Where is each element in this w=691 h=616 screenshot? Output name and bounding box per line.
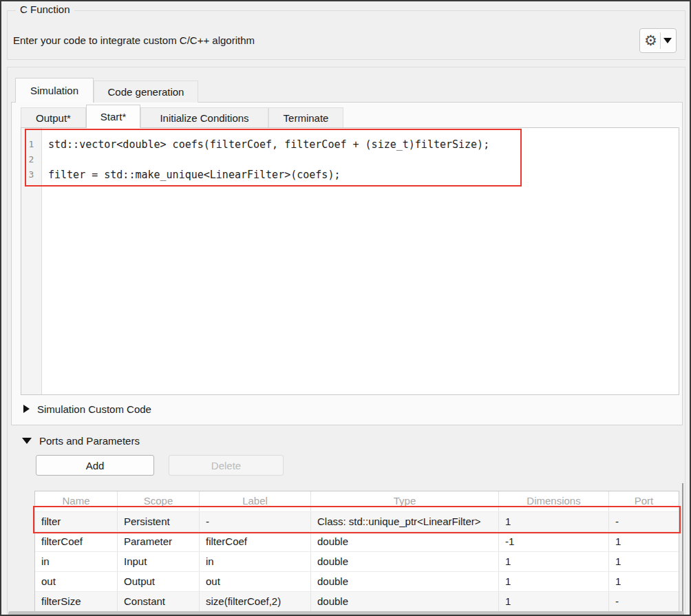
line-number-gutter: 123 [21, 128, 42, 394]
table-cell: in [35, 552, 118, 571]
table-row[interactable]: outOutputoutdouble11 [35, 571, 679, 591]
header-group: C Function Enter your code to integrate … [7, 10, 685, 60]
table-cell: size(filterCoef,2) [200, 592, 311, 611]
subtab-terminate[interactable]: Terminate [268, 107, 343, 127]
table-cell: Class: std::unique_ptr<LinearFilter> [311, 512, 499, 531]
table-cell: Output [118, 572, 200, 591]
table-header-cell: Label [200, 491, 311, 511]
table-cell: filter [35, 512, 118, 531]
table-cell: 1 [609, 552, 679, 571]
table-header-cell: Scope [118, 491, 200, 511]
table-cell: 1 [499, 552, 609, 571]
line-number: 3 [21, 167, 41, 182]
table-cell: out [200, 572, 311, 591]
code-line [48, 152, 679, 167]
group-title: C Function [16, 3, 74, 15]
table-cell: filterCoef [200, 532, 311, 551]
triangle-down-icon [22, 438, 32, 444]
table-header-cell: Dimensions [499, 491, 609, 511]
table-header-cell: Type [311, 491, 499, 511]
code-line: filter = std::make_unique<LinearFilter>(… [48, 167, 679, 182]
caret-down-icon [663, 38, 672, 43]
table-cell: 1 [609, 572, 679, 591]
table-cell: Constant [118, 592, 200, 611]
table-cell: double [311, 532, 499, 551]
subtab-initialize-conditions[interactable]: Initialize Conditions [140, 107, 268, 127]
table-cell: Parameter [118, 532, 200, 551]
dialog-description: Enter your code to integrate custom C/C+… [13, 34, 255, 46]
button-divider [660, 32, 661, 49]
table-cell: -1 [499, 532, 609, 551]
table-cell: 1 [499, 592, 609, 611]
table-cell: 1 [609, 532, 679, 551]
table-cell: Input [118, 552, 200, 571]
settings-button[interactable]: ⚙ [639, 28, 677, 53]
ports-parameters-table: NameScopeLabelTypeDimensionsPortfilterPe… [34, 491, 679, 611]
code-text-area[interactable]: std::vector<double> coefs(filterCoef, fi… [42, 128, 679, 394]
table-cell: - [609, 592, 679, 611]
table-cell: filterCoef [35, 532, 118, 551]
table-cell: - [200, 512, 311, 531]
table-cell: filterSize [35, 592, 118, 611]
c-function-dialog: C Function Enter your code to integrate … [0, 0, 691, 616]
table-row[interactable]: filterPersistent-Class: std::unique_ptr<… [35, 511, 679, 531]
table-header-cell: Port [609, 491, 679, 511]
table-row[interactable]: filterSizeConstantsize(filterCoef,2)doub… [35, 591, 679, 611]
table-cell: double [311, 572, 499, 591]
simulation-custom-code-toggle[interactable]: Simulation Custom Code [23, 401, 151, 416]
table-header-row: NameScopeLabelTypeDimensionsPort [35, 491, 679, 511]
table-row[interactable]: inInputindouble11 [35, 551, 679, 571]
gear-icon: ⚙ [644, 34, 657, 48]
table-cell: double [311, 552, 499, 571]
table-cell: 1 [499, 572, 609, 591]
table-row[interactable]: filterCoefParameterfilterCoefdouble-11 [35, 531, 679, 551]
tab-simulation[interactable]: Simulation [15, 78, 94, 103]
subtab-output-[interactable]: Output* [21, 107, 86, 127]
tab-code-generation[interactable]: Code generation [94, 81, 198, 103]
table-cell: double [311, 592, 499, 611]
horizontal-scrollbar[interactable] [8, 611, 684, 616]
line-number: 2 [21, 152, 41, 167]
table-header-cell: Name [35, 491, 118, 511]
table-cell: in [200, 552, 311, 571]
add-button[interactable]: Add [36, 455, 154, 476]
code-editor: 123 std::vector<double> coefs(filterCoef… [21, 127, 679, 395]
vertical-scrollbar[interactable] [682, 483, 683, 614]
table-cell: Persistent [118, 512, 200, 531]
subtab-start-[interactable]: Start* [86, 105, 140, 128]
table-cell: out [35, 572, 118, 591]
delete-button: Delete [169, 455, 284, 476]
ports-and-parameters-toggle[interactable]: Ports and Parameters [22, 433, 140, 448]
section-label: Simulation Custom Code [37, 403, 151, 415]
table-cell: 1 [499, 512, 609, 531]
table-cell: - [609, 512, 679, 531]
line-number: 1 [21, 137, 41, 152]
code-line: std::vector<double> coefs(filterCoef, fi… [48, 137, 679, 152]
section-label: Ports and Parameters [39, 435, 140, 447]
triangle-right-icon [23, 405, 30, 413]
